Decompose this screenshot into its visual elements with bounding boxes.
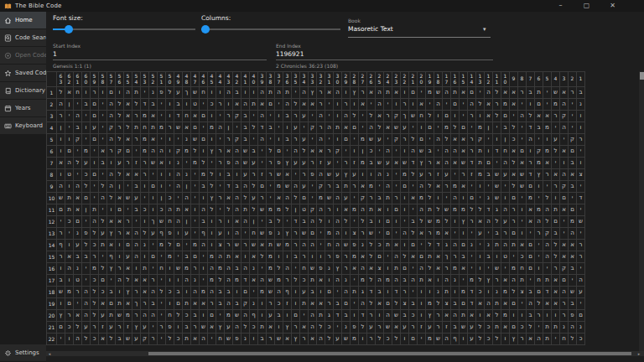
grid-cell[interactable]: י [82,263,91,275]
grid-cell[interactable]: י [158,334,166,345]
grid-cell[interactable]: ק [560,181,569,193]
grid-cell[interactable]: ק [560,263,569,275]
grid-cell[interactable]: נ [451,275,460,287]
grid-cell[interactable]: י [183,158,191,169]
grid-cell[interactable]: כ [158,204,166,216]
grid-cell[interactable]: ם [91,169,99,181]
grid-cell[interactable]: ם [510,228,518,240]
grid-cell[interactable]: ה [183,193,191,204]
grid-cell[interactable]: י [65,122,74,134]
grid-cell[interactable]: י [132,146,141,158]
grid-cell[interactable]: ד [359,310,367,322]
grid-cell[interactable]: ר [216,158,225,169]
grid-cell[interactable]: י [552,158,560,169]
grid-cell[interactable]: ו [359,334,367,345]
grid-cell[interactable]: ל [426,193,434,204]
grid-cell[interactable]: ו [292,298,300,310]
grid-cell[interactable]: ה [225,87,233,99]
grid-cell[interactable]: ע [334,169,342,181]
grid-cell[interactable]: א [74,310,82,322]
grid-cell[interactable]: א [132,169,141,181]
grid-cell[interactable]: ו [233,287,242,298]
grid-cell[interactable]: א [124,169,132,181]
grid-cell[interactable]: א [460,263,468,275]
grid-cell[interactable]: ר [74,287,82,298]
grid-cell[interactable]: ו [57,146,65,158]
grid-cell[interactable]: א [116,193,124,204]
grid-cell[interactable]: י [99,99,107,111]
grid-cell[interactable]: ל [376,122,384,134]
grid-cell[interactable]: ה [376,87,384,99]
grid-cell[interactable]: ל [535,298,543,310]
grid-cell[interactable]: ר [292,111,300,122]
grid-cell[interactable]: ו [250,334,258,345]
grid-cell[interactable]: ם [535,99,543,111]
grid-cell[interactable]: מ [267,204,275,216]
grid-cell[interactable]: י [518,298,527,310]
grid-cell[interactable]: ף [57,240,65,251]
grid-cell[interactable]: י [569,99,577,111]
grid-cell[interactable]: ו [166,111,174,122]
grid-cell[interactable]: ד [527,122,535,134]
grid-cell[interactable]: ש [250,240,258,251]
grid-cell[interactable]: ל [82,240,91,251]
grid-cell[interactable]: ץ [334,263,342,275]
grid-cell[interactable]: נ [577,99,585,111]
grid-cell[interactable]: א [300,99,309,111]
grid-cell[interactable]: ל [367,275,376,287]
grid-cell[interactable]: כ [65,216,74,228]
grid-cell[interactable]: ו [334,134,342,146]
grid-cell[interactable]: ו [174,322,183,334]
grid-cell[interactable]: ח [418,111,426,122]
grid-cell[interactable]: א [183,122,191,134]
grid-cell[interactable]: ם [552,216,560,228]
grid-cell[interactable]: י [468,251,476,263]
grid-cell[interactable]: ר [250,169,258,181]
grid-cell[interactable]: י [510,251,518,263]
grid-cell[interactable]: ש [242,146,250,158]
grid-cell[interactable]: ע [577,287,585,298]
grid-cell[interactable]: ו [510,310,518,322]
grid-cell[interactable]: י [141,193,149,204]
grid-cell[interactable]: ה [359,263,367,275]
grid-cell[interactable]: ר [342,251,351,263]
grid-cell[interactable]: י [275,122,283,134]
grid-cell[interactable]: ב [174,287,183,298]
grid-cell[interactable]: ש [518,181,527,193]
grid-cell[interactable]: ש [342,334,351,345]
grid-cell[interactable]: ר [401,287,409,298]
grid-cell[interactable]: ד [543,287,552,298]
grid-cell[interactable]: ג [493,204,501,216]
grid-cell[interactable]: ה [569,322,577,334]
grid-cell[interactable]: ה [392,275,401,287]
grid-cell[interactable]: פ [233,334,242,345]
sidebar-item-dictionary[interactable]: Dictionary [0,82,46,99]
grid-cell[interactable]: ע [384,158,392,169]
grid-cell[interactable]: מ [191,240,200,251]
grid-cell[interactable]: א [510,169,518,181]
grid-cell[interactable]: ה [418,204,426,216]
grid-cell[interactable]: ת [99,240,107,251]
grid-cell[interactable]: י [292,87,300,99]
grid-cell[interactable]: ו [451,216,460,228]
grid-cell[interactable]: י [451,228,460,240]
grid-cell[interactable]: ה [309,310,317,322]
grid-cell[interactable]: מ [325,228,334,240]
grid-cell[interactable]: ל [208,169,216,181]
grid-cell[interactable]: ל [493,310,501,322]
grid-cell[interactable]: ו [65,240,74,251]
grid-cell[interactable]: ב [401,275,409,287]
grid-cell[interactable]: א [317,146,325,158]
grid-cell[interactable]: ם [191,251,200,263]
grid-cell[interactable]: ל [418,216,426,228]
grid-cell[interactable]: נ [384,169,392,181]
grid-cell[interactable]: ש [258,204,267,216]
grid-cell[interactable]: ר [577,134,585,146]
grid-cell[interactable]: נ [74,263,82,275]
grid-cell[interactable]: ר [107,146,116,158]
grid-cell[interactable]: ו [543,310,552,322]
grid-cell[interactable]: ע [300,181,309,193]
grid-cell[interactable]: ם [309,228,317,240]
grid-cell[interactable]: ל [367,251,376,263]
grid-cell[interactable]: ו [149,204,158,216]
